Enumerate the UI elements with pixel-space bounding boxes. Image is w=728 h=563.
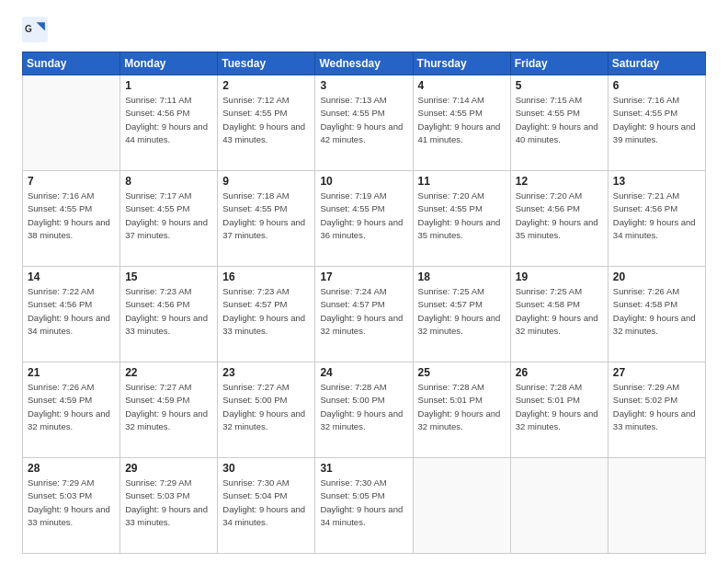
calendar-cell (608, 458, 705, 554)
calendar-cell: 16 Sunrise: 7:23 AM Sunset: 4:57 PM Dayl… (218, 267, 315, 362)
calendar-cell: 27 Sunrise: 7:29 AM Sunset: 5:02 PM Dayl… (608, 362, 705, 458)
day-number: 7 (28, 175, 115, 188)
sun-info: Sunrise: 7:16 AM Sunset: 4:55 PM Dayligh… (613, 94, 700, 146)
calendar-cell: 4 Sunrise: 7:14 AM Sunset: 4:55 PM Dayli… (413, 75, 510, 171)
calendar-cell (413, 458, 510, 554)
calendar-cell: 11 Sunrise: 7:20 AM Sunset: 4:55 PM Dayl… (413, 171, 510, 267)
calendar-cell: 2 Sunrise: 7:12 AM Sunset: 4:55 PM Dayli… (218, 75, 315, 171)
sun-info: Sunrise: 7:23 AM Sunset: 4:57 PM Dayligh… (222, 285, 310, 338)
calendar-cell: 20 Sunrise: 7:26 AM Sunset: 4:58 PM Dayl… (608, 267, 705, 362)
logo: G (22, 17, 51, 42)
sun-info: Sunrise: 7:24 AM Sunset: 4:57 PM Dayligh… (320, 285, 407, 338)
calendar-cell: 13 Sunrise: 7:21 AM Sunset: 4:56 PM Dayl… (608, 171, 705, 267)
day-number: 31 (320, 462, 407, 475)
sun-info: Sunrise: 7:28 AM Sunset: 5:01 PM Dayligh… (516, 381, 603, 433)
calendar-cell: 25 Sunrise: 7:28 AM Sunset: 5:01 PM Dayl… (413, 362, 510, 458)
day-number: 3 (320, 79, 407, 92)
calendar-cell: 10 Sunrise: 7:19 AM Sunset: 4:55 PM Dayl… (315, 171, 413, 267)
calendar-cell: 14 Sunrise: 7:22 AM Sunset: 4:56 PM Dayl… (23, 267, 120, 362)
general-blue-icon: G (22, 17, 48, 42)
day-number: 15 (125, 270, 212, 283)
calendar-cell: 9 Sunrise: 7:18 AM Sunset: 4:55 PM Dayli… (218, 171, 315, 267)
day-number: 10 (320, 175, 407, 188)
col-monday: Monday (120, 52, 218, 75)
day-number: 9 (222, 175, 310, 188)
day-number: 11 (418, 175, 506, 188)
calendar-cell: 12 Sunrise: 7:20 AM Sunset: 4:56 PM Dayl… (510, 171, 608, 267)
calendar-cell (510, 458, 608, 554)
sun-info: Sunrise: 7:22 AM Sunset: 4:56 PM Dayligh… (28, 285, 115, 338)
col-wednesday: Wednesday (315, 52, 413, 75)
calendar-cell: 30 Sunrise: 7:30 AM Sunset: 5:04 PM Dayl… (218, 458, 315, 554)
calendar-cell: 8 Sunrise: 7:17 AM Sunset: 4:55 PM Dayli… (120, 171, 218, 267)
sun-info: Sunrise: 7:11 AM Sunset: 4:56 PM Dayligh… (125, 94, 212, 146)
calendar-cell: 19 Sunrise: 7:25 AM Sunset: 4:58 PM Dayl… (510, 267, 608, 362)
sun-info: Sunrise: 7:27 AM Sunset: 4:59 PM Dayligh… (125, 381, 212, 433)
calendar-cell: 17 Sunrise: 7:24 AM Sunset: 4:57 PM Dayl… (315, 267, 413, 362)
col-sunday: Sunday (23, 52, 120, 75)
calendar-cell: 28 Sunrise: 7:29 AM Sunset: 5:03 PM Dayl… (23, 458, 120, 554)
calendar-cell: 22 Sunrise: 7:27 AM Sunset: 4:59 PM Dayl… (120, 362, 218, 458)
calendar-cell: 18 Sunrise: 7:25 AM Sunset: 4:57 PM Dayl… (413, 267, 510, 362)
calendar-cell: 31 Sunrise: 7:30 AM Sunset: 5:05 PM Dayl… (315, 458, 413, 554)
col-friday: Friday (510, 52, 608, 75)
col-tuesday: Tuesday (218, 52, 315, 75)
svg-text:G: G (25, 24, 32, 34)
day-number: 16 (222, 270, 310, 283)
calendar-cell: 29 Sunrise: 7:29 AM Sunset: 5:03 PM Dayl… (120, 458, 218, 554)
sun-info: Sunrise: 7:20 AM Sunset: 4:56 PM Dayligh… (516, 190, 603, 242)
sun-info: Sunrise: 7:28 AM Sunset: 5:00 PM Dayligh… (320, 381, 407, 433)
day-number: 17 (320, 270, 407, 283)
calendar-cell: 15 Sunrise: 7:23 AM Sunset: 4:56 PM Dayl… (120, 267, 218, 362)
sun-info: Sunrise: 7:25 AM Sunset: 4:57 PM Dayligh… (418, 285, 506, 338)
page: G Sunday Monday Tuesday Wednesday Thursd… (0, 0, 728, 563)
sun-info: Sunrise: 7:26 AM Sunset: 4:58 PM Dayligh… (613, 285, 700, 338)
day-number: 29 (125, 462, 212, 475)
sun-info: Sunrise: 7:17 AM Sunset: 4:55 PM Dayligh… (125, 190, 212, 242)
sun-info: Sunrise: 7:25 AM Sunset: 4:58 PM Dayligh… (516, 285, 603, 338)
sun-info: Sunrise: 7:23 AM Sunset: 4:56 PM Dayligh… (125, 285, 212, 338)
day-number: 30 (222, 462, 310, 475)
calendar-cell (23, 75, 120, 171)
sun-info: Sunrise: 7:12 AM Sunset: 4:55 PM Dayligh… (222, 94, 310, 146)
sun-info: Sunrise: 7:13 AM Sunset: 4:55 PM Dayligh… (320, 94, 407, 146)
header: G (22, 17, 706, 42)
sun-info: Sunrise: 7:27 AM Sunset: 5:00 PM Dayligh… (222, 381, 310, 433)
calendar-cell: 6 Sunrise: 7:16 AM Sunset: 4:55 PM Dayli… (608, 75, 705, 171)
sun-info: Sunrise: 7:28 AM Sunset: 5:01 PM Dayligh… (418, 381, 506, 433)
calendar-cell: 21 Sunrise: 7:26 AM Sunset: 4:59 PM Dayl… (23, 362, 120, 458)
col-thursday: Thursday (413, 52, 510, 75)
sun-info: Sunrise: 7:18 AM Sunset: 4:55 PM Dayligh… (222, 190, 310, 242)
day-number: 24 (320, 366, 407, 379)
col-saturday: Saturday (608, 52, 705, 75)
day-number: 19 (516, 270, 603, 283)
calendar-cell: 5 Sunrise: 7:15 AM Sunset: 4:55 PM Dayli… (510, 75, 608, 171)
sun-info: Sunrise: 7:19 AM Sunset: 4:55 PM Dayligh… (320, 190, 407, 242)
sun-info: Sunrise: 7:29 AM Sunset: 5:03 PM Dayligh… (125, 477, 212, 529)
day-number: 8 (125, 175, 212, 188)
day-number: 14 (28, 270, 115, 283)
calendar-week-row: 14 Sunrise: 7:22 AM Sunset: 4:56 PM Dayl… (23, 267, 706, 362)
day-number: 6 (613, 79, 700, 92)
calendar-week-row: 21 Sunrise: 7:26 AM Sunset: 4:59 PM Dayl… (23, 362, 706, 458)
calendar-cell: 7 Sunrise: 7:16 AM Sunset: 4:55 PM Dayli… (23, 171, 120, 267)
day-number: 22 (125, 366, 212, 379)
day-number: 25 (418, 366, 506, 379)
sun-info: Sunrise: 7:30 AM Sunset: 5:04 PM Dayligh… (222, 477, 310, 529)
calendar-table: Sunday Monday Tuesday Wednesday Thursday… (22, 52, 706, 554)
sun-info: Sunrise: 7:20 AM Sunset: 4:55 PM Dayligh… (418, 190, 506, 242)
day-number: 26 (516, 366, 603, 379)
sun-info: Sunrise: 7:16 AM Sunset: 4:55 PM Dayligh… (28, 190, 115, 242)
day-number: 28 (28, 462, 115, 475)
day-number: 21 (28, 366, 115, 379)
day-number: 5 (516, 79, 603, 92)
calendar-cell: 24 Sunrise: 7:28 AM Sunset: 5:00 PM Dayl… (315, 362, 413, 458)
sun-info: Sunrise: 7:15 AM Sunset: 4:55 PM Dayligh… (516, 94, 603, 146)
day-number: 1 (125, 79, 212, 92)
day-number: 20 (613, 270, 700, 283)
day-number: 2 (222, 79, 310, 92)
day-number: 12 (516, 175, 603, 188)
calendar-week-row: 1 Sunrise: 7:11 AM Sunset: 4:56 PM Dayli… (23, 75, 706, 171)
day-number: 13 (613, 175, 700, 188)
sun-info: Sunrise: 7:30 AM Sunset: 5:05 PM Dayligh… (320, 477, 407, 529)
